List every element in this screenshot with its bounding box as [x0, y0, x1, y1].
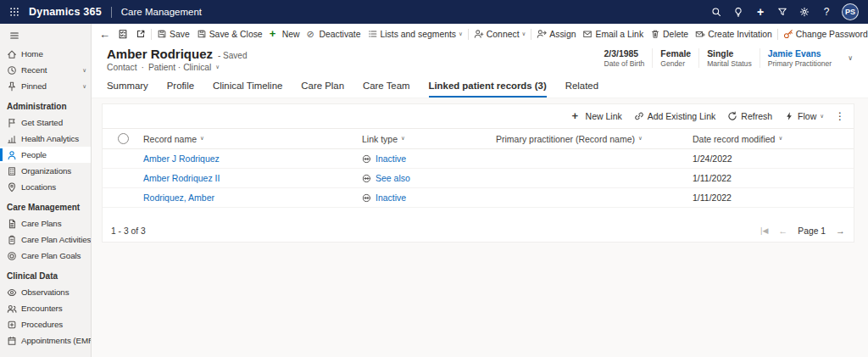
user-avatar[interactable]: PS: [842, 3, 859, 20]
link-type-cell[interactable]: Inactive: [362, 153, 496, 164]
header-field-primary-practitioner[interactable]: Jamie Evans Primary Practitioner: [760, 48, 839, 68]
sidebar-item-encounters[interactable]: Encounters: [0, 300, 91, 316]
email-a-link-button[interactable]: Email a Link: [579, 25, 647, 43]
new-link-button[interactable]: + New Link: [566, 106, 628, 126]
flow-icon: [784, 111, 794, 121]
sidebar-item-label: Home: [21, 49, 43, 59]
expand-header-chevron-icon[interactable]: ∨: [844, 51, 856, 65]
next-page-icon[interactable]: →: [836, 226, 845, 236]
help-icon[interactable]: ?: [815, 0, 837, 24]
first-page-icon[interactable]: |◀: [760, 226, 768, 235]
password-key-icon: [783, 29, 793, 39]
sidebar-item-organizations[interactable]: Organizations: [0, 163, 91, 179]
filter-icon[interactable]: [771, 0, 793, 24]
sidebar-item-home[interactable]: Home: [0, 46, 91, 62]
column-header-primary-practitioner[interactable]: Primary practitioner (Record name)∨: [496, 134, 693, 144]
assign-button[interactable]: Assign: [533, 25, 579, 43]
hamburger-menu-icon[interactable]: [0, 26, 91, 46]
sidebar-item-label: Appointments (EMR): [21, 336, 92, 345]
app-title[interactable]: Dynamics 365: [29, 6, 102, 18]
clipboard-icon: [7, 235, 17, 245]
form-selector[interactable]: Patient · Clinical: [148, 63, 211, 72]
chevron-down-icon: ∨: [82, 83, 86, 90]
sidebar-item-get-started[interactable]: Get Started: [0, 114, 91, 131]
task-checklist-icon[interactable]: [114, 25, 131, 43]
previous-page-icon[interactable]: ←: [778, 226, 787, 236]
sidebar-item-pinned[interactable]: Pinned ∨: [0, 78, 91, 94]
main-area: ← Save Save & Close + New ⊘ Dea: [92, 24, 868, 357]
grid-refresh-button[interactable]: Refresh: [721, 106, 778, 126]
sidebar-item-label: Health Analytics: [21, 134, 79, 143]
sidebar-item-label: Procedures: [21, 320, 63, 329]
table-header-row: Record name∨ Link type∨ Primary practiti…: [103, 128, 854, 149]
tab-care-team[interactable]: Care Team: [363, 81, 410, 98]
connect-button[interactable]: Connect ∨: [470, 25, 529, 43]
back-icon[interactable]: ←: [96, 25, 114, 43]
delete-button[interactable]: Delete: [647, 25, 692, 43]
save-and-close-button[interactable]: Save & Close: [193, 25, 266, 43]
sidebar-item-health-analytics[interactable]: Health Analytics: [0, 131, 91, 147]
chevron-down-icon: ∨: [82, 67, 86, 74]
sidebar-item-label: Pinned: [21, 81, 47, 91]
link-type-cell[interactable]: See also: [362, 173, 496, 183]
invitation-icon: [695, 29, 705, 39]
sidebar-item-observations[interactable]: Observations: [0, 284, 91, 300]
tab-related[interactable]: Related: [565, 81, 598, 98]
table-row: Amber Rodriquez II See also 1/11/2022: [103, 169, 854, 188]
sidebar-item-recent[interactable]: Recent ∨: [0, 62, 91, 78]
connection-icon: [362, 193, 371, 203]
chevron-down-icon[interactable]: ∨: [215, 64, 220, 70]
sidebar-item-appointments-emr[interactable]: Appointments (EMR): [0, 332, 91, 349]
column-header-link-type[interactable]: Link type∨: [362, 134, 496, 144]
linked-records-grid: + New Link Add Existing Link Refresh Flo…: [102, 103, 854, 243]
tab-profile[interactable]: Profile: [167, 81, 194, 98]
connection-icon: [362, 154, 371, 164]
current-area-label[interactable]: Care Management: [121, 7, 202, 17]
tab-clinical-timeline[interactable]: Clinical Timeline: [213, 81, 282, 98]
flow-button[interactable]: Flow ∨: [778, 106, 830, 126]
change-password-button[interactable]: Change Password: [780, 25, 868, 43]
record-name-link[interactable]: Rodriquez, Amber: [143, 192, 214, 203]
sidebar-item-procedures[interactable]: Procedures: [0, 316, 91, 332]
save-close-icon: [197, 29, 207, 39]
search-icon[interactable]: [705, 0, 727, 24]
sidebar-item-label: Organizations: [21, 166, 71, 176]
plus-icon: +: [270, 29, 280, 39]
link-type-cell[interactable]: Inactive: [362, 192, 496, 203]
email-icon: [582, 29, 593, 39]
sidebar-item-care-plans[interactable]: Care Plans: [0, 215, 91, 231]
refresh-icon: [727, 111, 737, 121]
record-name-link[interactable]: Amber Rodriquez II: [143, 173, 220, 183]
record-name-link[interactable]: Amber J Rodriquez: [143, 153, 220, 164]
tab-care-plan[interactable]: Care Plan: [301, 81, 344, 98]
save-button[interactable]: Save: [153, 25, 193, 43]
app-launcher-waffle-icon[interactable]: [0, 0, 29, 24]
new-button[interactable]: + New: [266, 25, 303, 43]
sidebar-item-care-plan-activities[interactable]: Care Plan Activities: [0, 231, 91, 248]
tab-summary[interactable]: Summary: [107, 81, 148, 98]
delete-icon: [650, 29, 660, 39]
settings-gear-icon[interactable]: [793, 0, 815, 24]
sidebar-item-people[interactable]: People: [0, 147, 91, 163]
sidebar-item-label: Care Plan Goals: [21, 251, 81, 260]
popout-form-icon[interactable]: [131, 25, 149, 43]
column-header-record-name[interactable]: Record name∨: [143, 134, 362, 144]
deactivate-button[interactable]: ⊘ Deactivate: [303, 25, 364, 43]
add-existing-link-button[interactable]: Add Existing Link: [628, 106, 722, 126]
lightbulb-icon[interactable]: [727, 0, 749, 24]
chevron-down-icon: ∨: [638, 136, 643, 142]
sidebar-item-care-plan-goals[interactable]: Care Plan Goals: [0, 248, 91, 264]
sitemap-sidebar: Home Recent ∨ Pinned ∨ Administration Ge…: [0, 24, 92, 357]
record-header: Amber Rodriquez - Saved Contact Patient …: [92, 44, 868, 76]
column-header-date-record-modified[interactable]: Date record modified∨: [693, 134, 854, 144]
tab-linked-patient-records[interactable]: Linked patient records (3): [429, 81, 547, 98]
record-count: 1 - 3 of 3: [111, 226, 146, 236]
command-bar-separator: [468, 29, 469, 40]
grid-overflow-icon[interactable]: ⋮: [830, 110, 850, 122]
select-all-checkbox[interactable]: [118, 133, 129, 144]
create-invitation-button[interactable]: Create Invitation: [692, 25, 776, 43]
lists-and-segments-button[interactable]: Lists and segments ∨: [364, 25, 466, 43]
add-icon[interactable]: +: [749, 0, 771, 24]
tab-content: + New Link Add Existing Link Refresh Flo…: [92, 98, 868, 357]
sidebar-item-locations[interactable]: Locations: [0, 179, 91, 195]
